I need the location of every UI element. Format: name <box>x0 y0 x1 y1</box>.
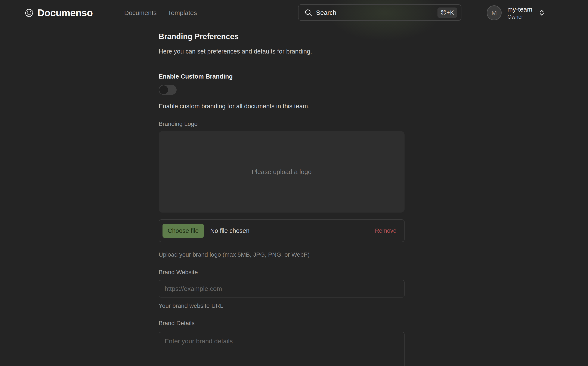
team-meta: my-team Owner <box>507 6 532 20</box>
brand-name: Documenso <box>37 7 93 19</box>
enable-custom-branding-description: Enable custom branding for all documents… <box>159 103 404 110</box>
header-divider <box>159 63 545 63</box>
search-shortcut-badge: ⌘+K <box>437 8 457 18</box>
enable-custom-branding-label: Enable Custom Branding <box>159 73 404 80</box>
nav-link-documents[interactable]: Documents <box>124 9 157 16</box>
enable-custom-branding-toggle[interactable] <box>159 85 176 95</box>
brand-details-label: Brand Details <box>159 320 404 327</box>
toggle-knob <box>159 85 168 94</box>
team-avatar-initial: M <box>492 9 497 16</box>
page-title: Branding Preferences <box>159 32 545 41</box>
team-avatar: M <box>487 5 502 20</box>
logo-upload-dropzone[interactable]: Please upload a logo <box>159 131 404 213</box>
no-file-chosen-text: No file chosen <box>210 227 375 234</box>
branding-form: Enable Custom Branding Enable custom bra… <box>159 73 404 366</box>
search-icon <box>304 8 313 17</box>
logo-upload-empty-text: Please upload a logo <box>252 168 312 175</box>
brand-website-input[interactable] <box>159 280 404 297</box>
nav-links: Documents Templates <box>124 9 197 16</box>
team-name: my-team <box>507 6 532 13</box>
branding-preferences-page: Branding Preferences Here you can set pr… <box>159 32 545 366</box>
chevron-up-down-icon <box>538 9 546 17</box>
brand-website-hint: Your brand website URL <box>159 302 404 309</box>
brand-details-textarea[interactable] <box>159 332 404 366</box>
brand-details-field-wrap <box>159 332 404 366</box>
branding-logo-label: Branding Logo <box>159 121 404 127</box>
brand-logo[interactable]: Documenso <box>24 7 93 19</box>
search-input[interactable]: Search ⌘+K <box>298 4 461 21</box>
team-menu-button[interactable]: M my-team Owner <box>487 0 546 26</box>
page-subtitle: Here you can set preferences and default… <box>159 48 545 55</box>
logo-upload-hint: Upload your brand logo (max 5MB, JPG, PN… <box>159 251 404 258</box>
nav-link-templates[interactable]: Templates <box>168 9 197 16</box>
remove-logo-button[interactable]: Remove <box>375 228 397 234</box>
team-role: Owner <box>507 14 532 20</box>
logo-file-input-row: Choose file No file chosen Remove <box>159 219 404 242</box>
brand-website-label: Brand Website <box>159 269 404 276</box>
search-placeholder-text: Search <box>316 9 437 16</box>
choose-file-button[interactable]: Choose file <box>162 224 204 238</box>
top-navbar: Documenso Documents Templates Search ⌘+K… <box>0 0 588 26</box>
documenso-seal-icon <box>24 8 34 18</box>
